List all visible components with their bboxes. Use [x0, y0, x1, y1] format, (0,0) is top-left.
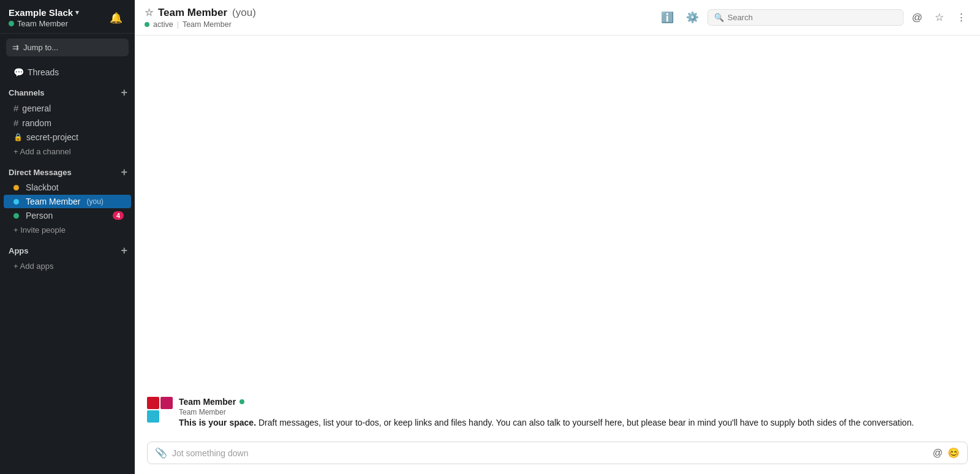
- dm-label: Direct Messages: [9, 168, 72, 177]
- dm-name-slackbot: Slackbot: [26, 182, 59, 192]
- avatar-piece-4: [160, 410, 173, 423]
- threads-section: 💬 Threads: [0, 61, 135, 81]
- more-options-button[interactable]: ⋮: [952, 9, 970, 26]
- sender-name: Team Member: [179, 397, 236, 407]
- message-body: This is your space. Draft messages, list…: [179, 416, 968, 429]
- search-box[interactable]: 🔍: [707, 9, 903, 26]
- dm-header[interactable]: Direct Messages +: [0, 164, 135, 180]
- message-block: Team Member Team Member This is your spa…: [147, 397, 968, 429]
- sidebar-item-secret-project[interactable]: 🔒 secret-project: [4, 130, 131, 144]
- topbar: ☆ Team Member (you) active | Team Member…: [135, 0, 980, 36]
- add-channel-icon[interactable]: +: [121, 87, 127, 98]
- avatar: [147, 397, 173, 423]
- notifications-button[interactable]: 🔔: [106, 9, 126, 27]
- person-status-dot: [13, 213, 19, 219]
- message-rest: Draft messages, list your to-dos, or kee…: [256, 418, 914, 427]
- topbar-right: ℹ️ ⚙️ 🔍 @ ☆ ⋮: [657, 9, 970, 26]
- sidebar: Example Slack ▾ Team Member 🔔 ⇉ Jump to.…: [0, 0, 135, 474]
- at-message-icon[interactable]: @: [933, 448, 943, 459]
- topbar-left: ☆ Team Member (you) active | Team Member: [145, 7, 256, 29]
- emoji-icon[interactable]: 😊: [948, 447, 960, 459]
- avatar-piece-2: [160, 397, 173, 409]
- you-tag-dm: (you): [86, 197, 103, 206]
- channel-name-secret: secret-project: [26, 132, 78, 142]
- invite-people-link[interactable]: + Invite people: [4, 223, 131, 237]
- apps-label: Apps: [9, 246, 29, 255]
- subtitle-pipe: |: [177, 20, 179, 29]
- sidebar-item-random[interactable]: # random: [4, 116, 131, 130]
- message-input[interactable]: [172, 448, 928, 458]
- dm-item-team-member[interactable]: Team Member (you): [4, 195, 131, 208]
- message-content: Team Member Team Member This is your spa…: [179, 397, 968, 429]
- message-sender-row: Team Member: [179, 397, 968, 407]
- star-topbar-icon: ☆: [935, 11, 944, 24]
- more-icon: ⋮: [956, 11, 967, 24]
- search-input[interactable]: [728, 13, 897, 22]
- message-input-container: 📎 @ 😊: [147, 442, 968, 464]
- avatar-piece-3: [147, 410, 159, 423]
- user-status-name: Team Member: [17, 19, 68, 28]
- add-app-icon[interactable]: +: [121, 245, 127, 256]
- workspace-name[interactable]: Example Slack ▾: [9, 7, 79, 18]
- chat-title: Team Member: [158, 7, 227, 19]
- input-bar: 📎 @ 😊: [135, 435, 980, 474]
- jump-to-icon: ⇉: [12, 43, 19, 52]
- dm-name-person: Person: [26, 211, 53, 220]
- channels-label: Channels: [9, 88, 45, 97]
- at-icon: @: [912, 12, 922, 24]
- add-apps-link[interactable]: + Add apps: [4, 259, 131, 273]
- sender-online-dot: [239, 399, 244, 404]
- workspace-chevron-icon: ▾: [75, 9, 79, 17]
- person-badge: 4: [113, 211, 124, 220]
- apps-section: Apps + + Add apps: [0, 239, 135, 275]
- dm-name-team-member: Team Member: [26, 197, 80, 206]
- user-status-dot: [9, 21, 14, 26]
- threads-label: Threads: [28, 67, 59, 77]
- add-dm-icon[interactable]: +: [121, 167, 127, 178]
- at-mention-button[interactable]: @: [908, 9, 926, 26]
- channels-section: Channels + # general # random 🔒 secret-p…: [0, 81, 135, 160]
- active-status-dot: [145, 22, 149, 27]
- add-channel-link-text: + Add a channel: [13, 147, 71, 156]
- hash-icon: #: [13, 118, 18, 128]
- threads-icon: 💬: [13, 67, 24, 77]
- message-bold: This is your space.: [179, 418, 256, 427]
- info-button[interactable]: ℹ️: [657, 9, 677, 26]
- sidebar-item-threads[interactable]: 💬 Threads: [4, 66, 131, 79]
- settings-button[interactable]: ⚙️: [682, 9, 703, 26]
- sidebar-header: Example Slack ▾ Team Member 🔔: [0, 0, 135, 34]
- dm-item-slackbot[interactable]: Slackbot: [4, 181, 131, 194]
- channel-name-random: random: [22, 118, 51, 128]
- active-status-text: active: [153, 20, 173, 29]
- attach-icon[interactable]: 📎: [155, 447, 167, 459]
- add-channel-link[interactable]: + Add a channel: [4, 145, 131, 159]
- channel-name-general: general: [22, 103, 51, 113]
- jump-to-label: Jump to...: [23, 43, 58, 52]
- slackbot-status-dot: [13, 185, 19, 190]
- workspace-name-text: Example Slack: [9, 7, 73, 18]
- info-icon: ℹ️: [661, 11, 674, 24]
- hash-icon: #: [13, 103, 18, 113]
- avatar-piece-1: [147, 397, 159, 409]
- star-button[interactable]: ☆: [931, 9, 948, 26]
- chat-area: Team Member Team Member This is your spa…: [135, 36, 980, 435]
- jump-to-button[interactable]: ⇉ Jump to...: [6, 39, 129, 56]
- main-area: ☆ Team Member (you) active | Team Member…: [135, 0, 980, 474]
- topbar-title-row: ☆ Team Member (you): [145, 7, 256, 19]
- add-apps-text: + Add apps: [13, 261, 53, 271]
- lock-icon: 🔒: [13, 133, 23, 141]
- sender-sub: Team Member: [179, 408, 968, 416]
- topbar-subtitle: active | Team Member: [145, 20, 256, 29]
- subtitle-name: Team Member: [183, 20, 232, 29]
- search-icon: 🔍: [714, 13, 724, 22]
- channels-header[interactable]: Channels +: [0, 85, 135, 100]
- topbar-you-tag: (you): [232, 7, 256, 19]
- apps-header[interactable]: Apps +: [0, 243, 135, 258]
- invite-people-text: + Invite people: [13, 225, 66, 235]
- dm-item-person[interactable]: Person 4: [4, 209, 131, 222]
- gear-icon: ⚙️: [686, 11, 699, 24]
- sidebar-item-general[interactable]: # general: [4, 101, 131, 115]
- star-icon[interactable]: ☆: [145, 7, 153, 18]
- input-right-icons: @ 😊: [933, 447, 960, 459]
- team-member-status-dot: [13, 199, 19, 205]
